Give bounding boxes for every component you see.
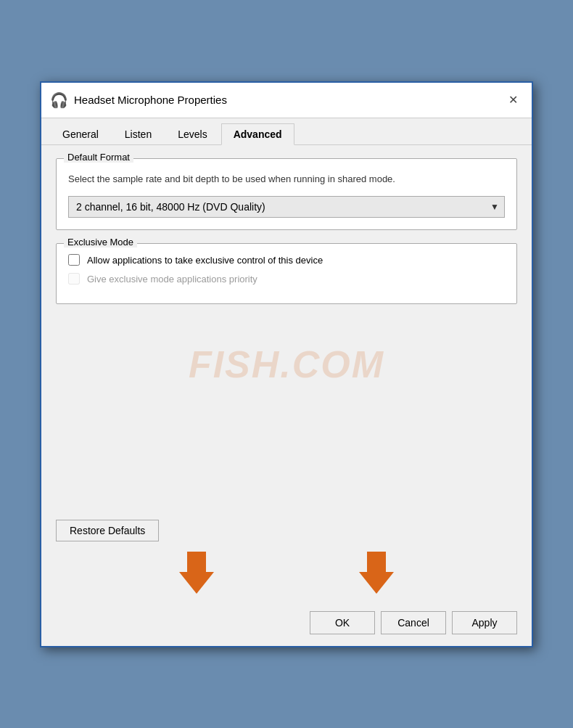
arrows-container bbox=[56, 549, 517, 597]
exclusive-priority-label: Give exclusive mode applications priorit… bbox=[87, 274, 257, 285]
default-format-label: Default Format bbox=[64, 152, 133, 163]
left-arrow-head bbox=[179, 572, 214, 594]
dialog-window: 🎧 Headset Microphone Properties ✕ Genera… bbox=[40, 81, 533, 647]
right-arrow-head bbox=[359, 572, 394, 594]
exclusive-control-row: Allow applications to take exclusive con… bbox=[68, 254, 505, 266]
left-arrow bbox=[179, 552, 214, 594]
bottom-section: Restore Defaults bbox=[41, 510, 532, 611]
restore-row: Restore Defaults bbox=[56, 520, 517, 541]
format-dropdown[interactable]: 2 channel, 16 bit, 48000 Hz (DVD Quality… bbox=[68, 196, 505, 218]
apply-button[interactable]: Apply bbox=[452, 611, 517, 634]
tab-general[interactable]: General bbox=[50, 123, 111, 145]
default-format-description: Select the sample rate and bit depth to … bbox=[68, 172, 505, 187]
title-bar: 🎧 Headset Microphone Properties ✕ bbox=[41, 83, 532, 118]
right-arrow-shaft bbox=[367, 552, 386, 572]
tabs-bar: General Listen Levels Advanced bbox=[41, 118, 532, 145]
default-format-group: Default Format Select the sample rate an… bbox=[56, 158, 517, 231]
cancel-button[interactable]: Cancel bbox=[381, 611, 446, 634]
exclusive-control-label: Allow applications to take exclusive con… bbox=[87, 255, 323, 266]
tab-listen[interactable]: Listen bbox=[112, 123, 164, 145]
exclusive-priority-row: Give exclusive mode applications priorit… bbox=[68, 273, 505, 285]
exclusive-priority-checkbox[interactable] bbox=[68, 273, 80, 285]
restore-defaults-button[interactable]: Restore Defaults bbox=[56, 520, 159, 541]
format-dropdown-wrapper: 2 channel, 16 bit, 48000 Hz (DVD Quality… bbox=[68, 196, 505, 218]
headset-icon: 🎧 bbox=[50, 91, 68, 109]
left-arrow-shaft bbox=[187, 552, 206, 572]
tab-content: Default Format Select the sample rate an… bbox=[41, 145, 532, 510]
exclusive-mode-group: Exclusive Mode Allow applications to tak… bbox=[56, 243, 517, 304]
close-button[interactable]: ✕ bbox=[503, 90, 523, 110]
tab-advanced[interactable]: Advanced bbox=[221, 123, 294, 145]
action-buttons-row: OK Cancel Apply bbox=[41, 611, 532, 646]
exclusive-control-checkbox[interactable] bbox=[68, 254, 80, 266]
right-arrow bbox=[359, 552, 394, 594]
dialog-title: Headset Microphone Properties bbox=[74, 94, 503, 106]
ok-button[interactable]: OK bbox=[310, 611, 375, 634]
exclusive-mode-label: Exclusive Mode bbox=[64, 237, 137, 248]
tab-levels[interactable]: Levels bbox=[165, 123, 219, 145]
